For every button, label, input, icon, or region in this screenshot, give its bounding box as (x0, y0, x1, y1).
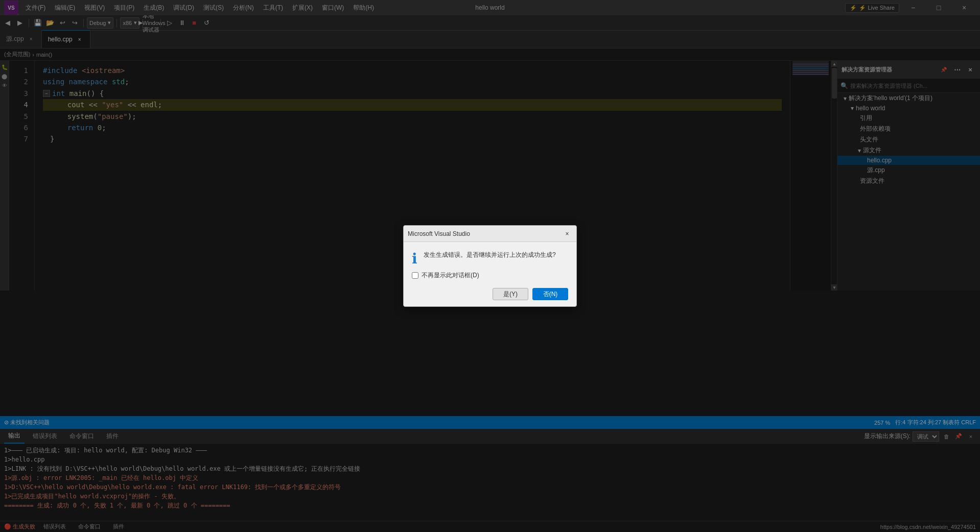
dialog-dont-show-label: 不再显示此对话框(D) (422, 271, 479, 280)
dialog-footer: 是(Y) 否(N) (404, 284, 576, 306)
dialog-dont-show-checkbox[interactable] (412, 272, 418, 279)
dialog-body: ℹ 发生生成错误。是否继续并运行上次的成功生成? (404, 242, 576, 271)
dialog-title: Microsoft Visual Studio (408, 230, 470, 237)
dialog-yes-button[interactable]: 是(Y) (493, 288, 528, 300)
dialog-overlay: Microsoft Visual Studio × ℹ 发生生成错误。是否继续并… (0, 0, 980, 532)
dialog-info-icon: ℹ (412, 250, 417, 267)
dialog-close-button[interactable]: × (562, 229, 572, 239)
dialog-no-button[interactable]: 否(N) (532, 288, 568, 300)
dialog-title-bar: Microsoft Visual Studio × (404, 226, 576, 242)
dialog: Microsoft Visual Studio × ℹ 发生生成错误。是否继续并… (403, 225, 577, 307)
dialog-message: 发生生成错误。是否继续并运行上次的成功生成? (424, 250, 568, 259)
dialog-checkbox-row: 不再显示此对话框(D) (404, 271, 576, 284)
